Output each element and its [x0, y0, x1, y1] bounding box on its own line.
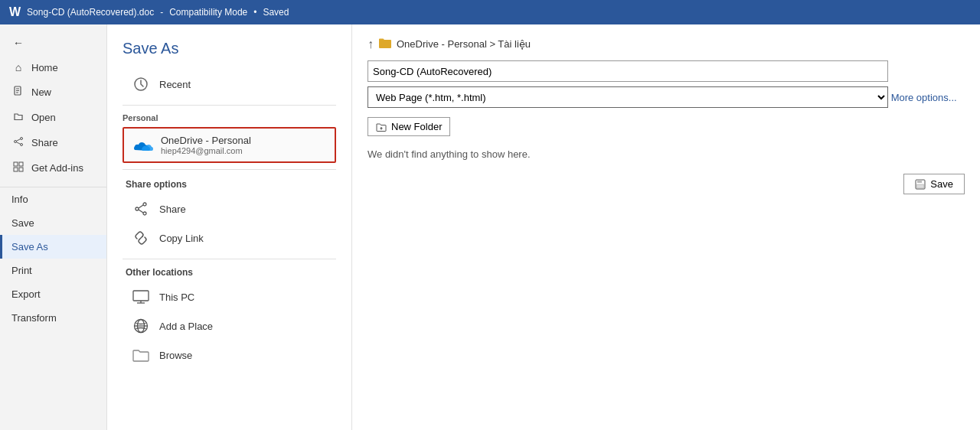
add-a-place-icon	[130, 318, 152, 334]
svg-line-8	[16, 142, 20, 145]
onedrive-name: OneDrive - Personal	[161, 135, 251, 146]
sidebar-back-button[interactable]: ←	[0, 31, 106, 55]
location-this-pc[interactable]: This PC	[122, 282, 336, 311]
word-logo: W	[9, 5, 21, 19]
sidebar-item-get-addins[interactable]: Get Add-ins	[0, 155, 106, 181]
titlebar-sep1: -	[160, 7, 163, 18]
sidebar-item-transform[interactable]: Transform	[0, 306, 106, 330]
other-locations-label: Other locations	[126, 267, 336, 278]
filename-input[interactable]	[368, 60, 888, 82]
svg-line-7	[16, 139, 20, 142]
location-add-a-place[interactable]: Add a Place	[122, 311, 336, 340]
sidebar-item-open[interactable]: Open	[0, 105, 106, 130]
titlebar-sep2: •	[253, 7, 256, 18]
save-icon	[915, 179, 926, 190]
open-icon	[11, 111, 25, 124]
sidebar-item-save[interactable]: Save	[0, 211, 106, 235]
location-recent[interactable]: Recent	[122, 70, 336, 99]
svg-point-5	[15, 141, 17, 143]
sidebar-print-label: Print	[11, 265, 32, 276]
svg-point-6	[21, 144, 23, 146]
new-icon	[11, 86, 25, 99]
share-options-label: Share options	[126, 179, 336, 190]
sidebar-new-label: New	[31, 86, 51, 98]
new-folder-label: New Folder	[391, 121, 442, 132]
filetype-select[interactable]: Web Page (*.htm, *.html) Word Document (…	[368, 86, 888, 108]
sidebar-item-export[interactable]: Export	[0, 282, 106, 306]
save-button[interactable]: Save	[903, 174, 965, 194]
more-options-link[interactable]: More options...	[891, 92, 957, 103]
titlebar: W Song-CD (AutoRecovered).doc - Compatib…	[0, 0, 980, 24]
location-browse[interactable]: Browse	[122, 340, 336, 370]
svg-point-15	[136, 207, 139, 210]
svg-rect-20	[133, 291, 149, 301]
content-area: Save As Recent Personal	[107, 24, 980, 430]
sidebar-addins-label: Get Add-ins	[31, 162, 83, 174]
sidebar-save-as-label: Save As	[11, 241, 48, 252]
svg-line-17	[139, 205, 143, 208]
titlebar-filename: Song-CD (AutoRecovered).doc	[27, 7, 154, 18]
svg-line-19	[139, 236, 142, 239]
sidebar-item-share[interactable]: Share	[0, 130, 106, 155]
browse-icon	[130, 347, 152, 363]
onedrive-icon	[132, 137, 153, 154]
location-onedrive[interactable]: OneDrive - Personal hiep4294@gmail.com	[122, 127, 336, 163]
sidebar-save-label: Save	[11, 217, 34, 229]
breadcrumb-folder-icon	[378, 37, 392, 51]
sidebar-home-label: Home	[31, 62, 58, 73]
titlebar-mode: Compatibility Mode	[169, 7, 247, 18]
svg-rect-30	[916, 184, 924, 188]
recent-icon	[130, 76, 152, 93]
empty-message: We didn't find anything to show here.	[368, 148, 965, 160]
sidebar-item-info[interactable]: Info	[0, 187, 106, 211]
sidebar-item-new[interactable]: New	[0, 80, 106, 105]
sidebar: ← ⌂ Home New Open Share	[0, 24, 107, 430]
titlebar-status: Saved	[263, 7, 289, 18]
breadcrumb-path: OneDrive - Personal > Tài liệu	[397, 38, 531, 50]
sidebar-transform-label: Transform	[11, 312, 57, 324]
sidebar-export-label: Export	[11, 288, 41, 300]
copy-link-icon	[130, 230, 152, 246]
location-share[interactable]: Share	[122, 194, 336, 223]
location-copy-link[interactable]: Copy Link	[122, 223, 336, 252]
sidebar-item-home[interactable]: ⌂ Home	[0, 55, 106, 80]
svg-line-18	[139, 210, 143, 213]
personal-label: Personal	[122, 113, 336, 122]
breadcrumb: ↑ OneDrive - Personal > Tài liệu	[368, 37, 965, 51]
svg-point-4	[21, 138, 23, 140]
svg-rect-12	[19, 168, 23, 171]
sidebar-item-print[interactable]: Print	[0, 259, 106, 282]
sidebar-info-label: Info	[11, 194, 28, 205]
svg-point-16	[143, 212, 146, 215]
sidebar-open-label: Open	[31, 112, 56, 123]
svg-point-14	[143, 203, 146, 206]
new-folder-button[interactable]: New Folder	[368, 117, 450, 136]
svg-rect-11	[14, 168, 18, 171]
recent-label: Recent	[159, 79, 191, 90]
divider-2	[122, 169, 336, 170]
share-item-label: Share	[159, 204, 186, 215]
home-icon: ⌂	[11, 61, 25, 73]
copy-link-label: Copy Link	[159, 233, 204, 244]
onedrive-info: OneDrive - Personal hiep4294@gmail.com	[161, 135, 251, 155]
sidebar-item-save-as[interactable]: Save As	[0, 235, 106, 259]
filebrowser: ↑ OneDrive - Personal > Tài liệu Web Pag…	[352, 24, 980, 430]
svg-rect-10	[19, 162, 23, 166]
get-addins-icon	[11, 161, 25, 174]
this-pc-label: This PC	[159, 292, 194, 303]
saveas-panel: Save As Recent Personal	[107, 24, 352, 430]
share-option-icon	[130, 200, 152, 217]
divider-1	[122, 105, 336, 106]
save-label: Save	[930, 178, 953, 190]
this-pc-icon	[130, 288, 152, 305]
breadcrumb-up-icon[interactable]: ↑	[368, 37, 374, 51]
svg-rect-29	[917, 180, 922, 183]
app-body: ← ⌂ Home New Open Share	[0, 24, 980, 430]
browse-label: Browse	[159, 350, 192, 361]
saveas-title: Save As	[122, 40, 336, 57]
back-icon: ←	[11, 37, 25, 49]
svg-rect-9	[14, 162, 18, 166]
new-folder-icon	[376, 122, 387, 132]
onedrive-email: hiep4294@gmail.com	[161, 146, 251, 155]
share-icon	[11, 136, 25, 149]
